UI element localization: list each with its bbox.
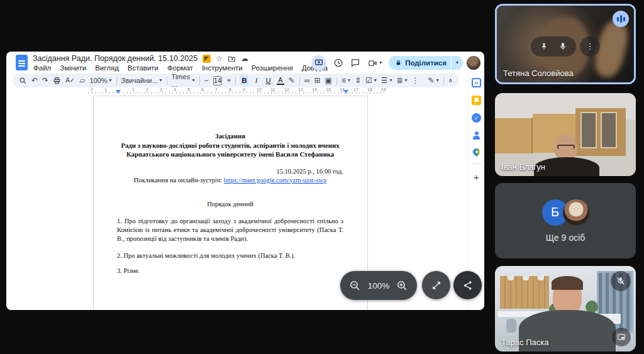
font-size-decrease-button[interactable]: − <box>204 77 209 84</box>
meet-link[interactable]: https://meet.google.com/yzm-uzst-swp <box>224 177 326 184</box>
overflow-participants-tile[interactable]: Б Ще 9 осіб <box>495 183 636 258</box>
line-spacing-icon[interactable]: ⇕ <box>355 77 361 84</box>
zoom-select[interactable]: 100% ▾ <box>89 77 111 84</box>
participant-tile[interactable]: Іван Благун <box>495 93 636 176</box>
undo-icon[interactable]: ↶ <box>31 77 38 84</box>
chevron-down-icon: ▾ <box>109 78 112 83</box>
presenting-icon[interactable] <box>311 55 326 70</box>
font-select[interactable]: Times ... ▾ <box>172 73 195 88</box>
picture-in-picture-icon[interactable] <box>612 328 631 346</box>
participant-tile-muted[interactable]: Тарас Паска <box>495 266 636 351</box>
underline-button[interactable]: U <box>265 75 272 86</box>
pen-icon: ✎ <box>428 77 435 84</box>
share-main[interactable]: Поділитися <box>389 59 451 67</box>
spellcheck-icon[interactable]: A✓ <box>65 77 75 84</box>
print-icon[interactable] <box>53 77 61 85</box>
bulleted-list-button[interactable]: ☰ ▾ <box>381 77 392 84</box>
menu-file[interactable]: Файл <box>29 64 55 72</box>
fullscreen-button[interactable] <box>422 271 450 299</box>
google-docs-icon[interactable] <box>16 55 28 70</box>
account-avatar[interactable] <box>467 56 480 70</box>
toolbar: ↶ ↷ A✓ ▱ 100% ▾ Звичайни... ▾ Times ... … <box>13 74 459 87</box>
chevron-down-icon: ▾ <box>348 78 350 83</box>
decor <box>601 112 617 148</box>
italic-button[interactable]: I <box>253 75 260 86</box>
bold-button[interactable]: B <box>240 75 248 86</box>
mic-icon[interactable] <box>558 42 567 51</box>
chevron-down-icon: ▾ <box>379 60 382 65</box>
title-row: Засідання Ради. Порядок денний. 15.10.20… <box>33 54 248 63</box>
tile-actions-pill <box>531 36 576 57</box>
checklist-button[interactable]: ☑ ▾ <box>365 77 377 84</box>
ruler[interactable]: 2112345678910111213141516171819 <box>88 87 387 94</box>
overflow-count-label: Ще 9 осіб <box>546 233 585 243</box>
font-size-increase-button[interactable]: + <box>226 77 231 84</box>
version-history-icon[interactable] <box>333 58 343 68</box>
paragraph-style-select[interactable]: Звичайни... ▾ <box>121 77 162 84</box>
ruler-number: 10 <box>257 87 262 92</box>
numbered-list-icon: ≣ <box>397 77 403 84</box>
ruler-number: 18 <box>367 87 372 92</box>
add-addon-icon[interactable]: + <box>474 172 479 182</box>
insert-link-icon[interactable]: ∞ <box>304 77 310 84</box>
meet-camera-button[interactable]: ▾ <box>367 58 382 68</box>
doc-agenda-item: 3. Різне. <box>117 267 343 275</box>
share-screen-button[interactable] <box>453 271 482 299</box>
menu-insert[interactable]: Вставити <box>123 64 163 72</box>
decor <box>552 276 583 290</box>
ruler-number: 19 <box>381 87 386 92</box>
comments-icon[interactable] <box>350 58 360 68</box>
move-folder-icon[interactable] <box>228 55 236 63</box>
more-options-icon[interactable]: ⋮ <box>580 36 600 57</box>
ruler-number: 6 <box>201 87 204 92</box>
ruler-number: 3 <box>160 87 162 92</box>
star-icon[interactable]: ☆ <box>216 55 223 62</box>
calendar-icon[interactable]: 31 <box>472 78 481 87</box>
paint-format-icon[interactable]: ▱ <box>79 77 85 84</box>
indent-marker-left[interactable] <box>116 90 121 94</box>
redo-icon[interactable]: ↷ <box>42 77 48 84</box>
numbered-list-button[interactable]: ≣ ▾ <box>397 77 408 84</box>
share-dropdown-icon[interactable]: ▾ <box>452 60 463 65</box>
pin-icon[interactable] <box>540 42 548 51</box>
decor <box>580 112 597 148</box>
keep-icon[interactable] <box>472 96 481 105</box>
insert-comment-icon[interactable]: ⊞ <box>314 77 320 84</box>
share-button[interactable]: Поділитися ▾ <box>389 56 463 70</box>
cloud-status-icon[interactable]: ☁ <box>241 55 248 62</box>
highlight-icon[interactable]: ✎ <box>289 77 295 84</box>
zoom-in-icon[interactable] <box>396 280 408 292</box>
menu-extensions[interactable]: Розширення <box>247 64 297 72</box>
toolbar-divider <box>235 77 236 85</box>
tile-hover-controls: ⋮ <box>531 36 600 57</box>
editing-mode-button[interactable]: ✎ ▾ <box>428 77 439 84</box>
align-button[interactable]: ≡ ▾ <box>341 77 350 84</box>
chevron-down-icon: ▾ <box>374 78 377 83</box>
contacts-icon[interactable] <box>472 131 481 140</box>
collapse-toolbar-icon[interactable]: ∧ <box>448 77 453 84</box>
tasks-icon[interactable]: ✓ <box>472 113 481 123</box>
doc-link-prefix: Покликання на онлайн-зустріч: <box>134 177 224 184</box>
participant-name: Тетяна Соловйова <box>503 69 574 78</box>
search-icon[interactable] <box>19 77 27 85</box>
ruler-number: 4 <box>174 87 176 92</box>
ruler-number: 14 <box>312 87 317 92</box>
document-page[interactable]: Засідання Ради з науково-дослідної робот… <box>93 96 368 310</box>
text-color-button[interactable]: A <box>277 76 284 85</box>
font-size-field[interactable]: 14 <box>213 76 223 86</box>
menu-view[interactable]: Вигляд <box>91 64 123 72</box>
participant-tile-speaking[interactable]: ⋮ Тетяна Соловйова <box>495 4 636 84</box>
menu-tools[interactable]: Інструменти <box>197 64 247 72</box>
maps-icon[interactable] <box>472 147 482 157</box>
more-options-icon[interactable]: ⋮ <box>412 77 419 84</box>
header-actions: ▾ Поділитися ▾ <box>311 55 463 70</box>
zoom-out-icon[interactable] <box>349 280 361 292</box>
insert-image-icon[interactable]: ▣ <box>325 77 332 84</box>
chevron-down-icon: ▾ <box>405 78 408 83</box>
document-title[interactable]: Засідання Ради. Порядок денний. 15.10.20… <box>33 54 197 63</box>
menu-edit[interactable]: Змінити <box>55 64 91 72</box>
checklist-icon: ☑ <box>365 77 372 84</box>
toolbar-divider <box>167 77 167 85</box>
doc-datetime: 15.10.2025 р., 16:00 год. <box>117 167 343 176</box>
menu-format[interactable]: Формат <box>163 64 197 72</box>
